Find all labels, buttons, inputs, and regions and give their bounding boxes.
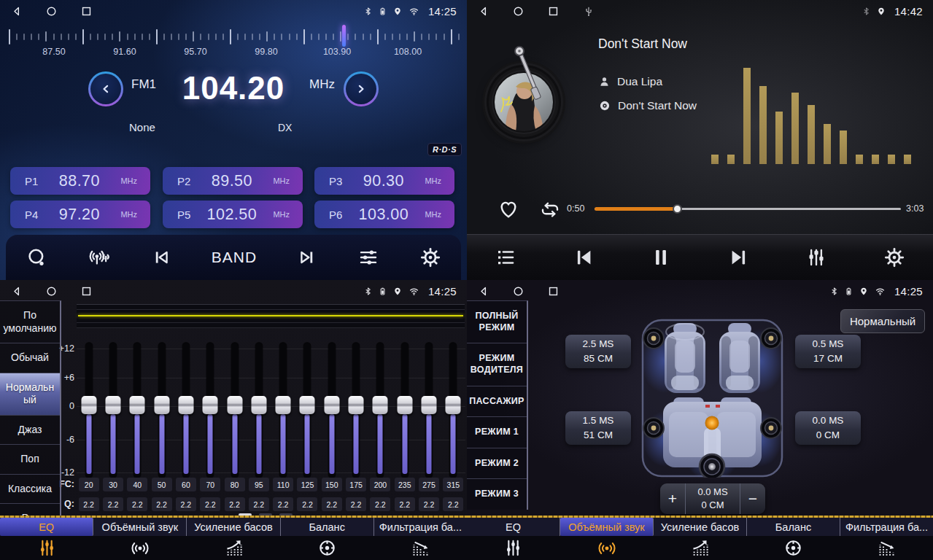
- tab-eq-icon-slot[interactable]: [0, 536, 93, 560]
- settings-button[interactable]: [417, 244, 444, 271]
- fc-value[interactable]: 50: [152, 478, 172, 491]
- eq-band-slider[interactable]: [104, 343, 122, 478]
- eq-band-slider[interactable]: [444, 343, 462, 478]
- broadcast-button[interactable]: [85, 244, 114, 271]
- fc-value[interactable]: 70: [200, 478, 220, 491]
- fc-value[interactable]: 30: [103, 478, 123, 491]
- q-value[interactable]: 2.2: [225, 497, 245, 511]
- fc-value[interactable]: 175: [346, 478, 366, 491]
- q-value[interactable]: 2.2: [419, 497, 439, 511]
- profile-button[interactable]: Нормальный: [840, 309, 925, 333]
- tab-balance[interactable]: Баланс: [747, 518, 840, 536]
- home-icon[interactable]: [45, 285, 58, 298]
- tab-balance-icon-slot[interactable]: [280, 536, 373, 560]
- tab-balance-icon-slot[interactable]: [746, 536, 840, 560]
- preset-button-p6[interactable]: P6103.00MHz: [314, 201, 454, 228]
- recents-icon[interactable]: [80, 285, 93, 298]
- q-value[interactable]: 2.2: [249, 497, 269, 511]
- home-icon[interactable]: [512, 5, 524, 18]
- increase-delay-button[interactable]: +: [660, 483, 685, 514]
- q-value[interactable]: 2.2: [273, 497, 293, 511]
- eq-button[interactable]: [802, 244, 830, 271]
- eq-band-slider[interactable]: [201, 343, 219, 478]
- eq-band-slider[interactable]: [153, 343, 171, 478]
- eq-preset-custom[interactable]: Обычай: [0, 343, 60, 373]
- progress-bar[interactable]: [595, 208, 901, 210]
- q-value[interactable]: 2.2: [370, 497, 390, 511]
- rear-left-delay-button[interactable]: 1.5 MS 51 CM: [565, 411, 631, 445]
- scan-button[interactable]: [23, 244, 50, 271]
- tab-bass-boost-icon-slot[interactable]: [187, 536, 280, 560]
- eq-settings-button[interactable]: [355, 244, 382, 271]
- playlist-button[interactable]: [492, 244, 519, 271]
- tab-eq-icon-slot[interactable]: [467, 536, 560, 560]
- fc-value[interactable]: 150: [322, 478, 342, 491]
- eq-band-slider[interactable]: [323, 343, 341, 478]
- preset-button-p3[interactable]: P390.30MHz: [314, 167, 454, 195]
- tuner-scale-ticks[interactable]: [9, 26, 460, 47]
- recents-icon[interactable]: [547, 285, 560, 298]
- pause-button[interactable]: [647, 244, 675, 271]
- q-value[interactable]: 2.2: [200, 497, 220, 511]
- q-value[interactable]: 2.2: [395, 497, 415, 511]
- eq-preset-classic[interactable]: Классика: [0, 475, 60, 505]
- eq-preset-normal[interactable]: Нормальный: [0, 373, 60, 416]
- repeat-button[interactable]: [534, 195, 566, 223]
- eq-band-slider[interactable]: [274, 343, 292, 478]
- front-right-delay-button[interactable]: 0.5 MS 17 CM: [795, 335, 861, 368]
- q-value[interactable]: 2.2: [79, 497, 99, 511]
- mode-1[interactable]: РЕЖИМ 1: [467, 417, 527, 448]
- back-icon[interactable]: [477, 5, 489, 18]
- tab-filter-icon-slot[interactable]: [373, 536, 467, 560]
- tab-bass-boost-icon-slot[interactable]: [654, 536, 747, 560]
- tab-surround[interactable]: Объёмный звук: [93, 518, 187, 536]
- q-value[interactable]: 2.2: [346, 497, 366, 511]
- q-value[interactable]: 2.2: [297, 497, 317, 511]
- tab-eq[interactable]: EQ: [0, 518, 93, 536]
- eq-preset-default[interactable]: По умолчанию: [0, 301, 60, 343]
- eq-band-slider[interactable]: [420, 343, 438, 478]
- fc-value[interactable]: 235: [395, 478, 415, 491]
- eq-band-slider[interactable]: [80, 343, 98, 478]
- back-icon[interactable]: [10, 5, 23, 18]
- fc-value[interactable]: 275: [419, 478, 439, 491]
- preset-button-p1[interactable]: P188.70MHz: [10, 167, 150, 195]
- q-value[interactable]: 2.2: [127, 497, 147, 511]
- mode-full[interactable]: ПОЛНЫЙ РЕЖИМ: [467, 301, 527, 343]
- tab-bass-boost[interactable]: Усиление басов: [654, 518, 747, 536]
- fc-value[interactable]: 20: [79, 478, 99, 491]
- tab-surround-icon-slot[interactable]: [560, 536, 654, 560]
- eq-band-slider[interactable]: [396, 343, 414, 478]
- tab-bass-boost[interactable]: Усиление басов: [187, 518, 280, 536]
- band-button[interactable]: BAND: [209, 246, 260, 269]
- fc-value[interactable]: 60: [176, 478, 196, 491]
- fc-value[interactable]: 80: [225, 478, 245, 491]
- decrease-delay-button[interactable]: −: [740, 483, 765, 514]
- tab-surround[interactable]: Объёмный звук: [560, 518, 654, 536]
- eq-band-slider[interactable]: [250, 343, 268, 478]
- fc-value[interactable]: 95: [249, 478, 269, 491]
- settings-button[interactable]: [880, 244, 908, 271]
- next-button[interactable]: [294, 244, 320, 271]
- preset-button-p4[interactable]: P497.20MHz: [10, 201, 150, 228]
- recents-icon[interactable]: [547, 5, 560, 18]
- front-left-delay-button[interactable]: 2.5 MS 85 CM: [565, 335, 631, 368]
- fc-value[interactable]: 110: [273, 478, 293, 491]
- prev-button[interactable]: [148, 244, 174, 271]
- back-icon[interactable]: [10, 285, 23, 298]
- back-icon[interactable]: [477, 285, 489, 298]
- eq-preset-pop[interactable]: Поп: [0, 445, 60, 475]
- q-value[interactable]: 2.2: [152, 497, 172, 511]
- favorite-button[interactable]: [493, 194, 524, 223]
- mode-passenger[interactable]: ПАССАЖИР: [467, 386, 527, 418]
- fc-value[interactable]: 125: [297, 478, 317, 491]
- tab-balance[interactable]: Баланс: [281, 518, 374, 536]
- eq-band-slider[interactable]: [371, 343, 389, 478]
- fc-value[interactable]: 315: [443, 478, 463, 491]
- eq-band-slider[interactable]: [128, 343, 146, 478]
- next-station-button[interactable]: [344, 71, 379, 106]
- tab-eq[interactable]: EQ: [467, 518, 560, 536]
- fc-value[interactable]: 200: [370, 478, 390, 491]
- tab-filter[interactable]: Фильтрация ба...: [374, 518, 467, 536]
- prev-track-button[interactable]: [570, 244, 597, 271]
